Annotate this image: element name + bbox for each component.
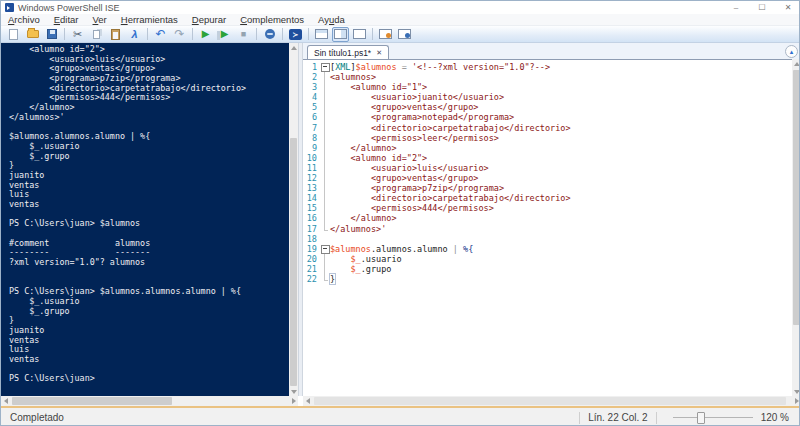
menu-complementos[interactable]: Complementos <box>233 14 311 25</box>
scroll-up-arrow-icon[interactable] <box>792 59 800 68</box>
show-script-pane-top-button[interactable] <box>313 27 330 42</box>
editor-line: 10 <alumno id="2"> <box>303 153 792 163</box>
script-editor[interactable]: 1[XML]$alumnos = '<!--?xml version="1.0"… <box>303 59 792 396</box>
editor-vertical-scrollbar[interactable] <box>792 59 800 396</box>
editor-line: 15 <permisos>444</permisos> <box>303 203 792 213</box>
menu-ayuda[interactable]: Ayuda <box>311 14 352 25</box>
script-pane-toggle-2-button[interactable] <box>396 27 413 42</box>
stop-operation-button[interactable]: ■ <box>235 27 252 42</box>
toolbar-separator <box>256 28 257 40</box>
zoom-slider-thumb[interactable] <box>697 412 705 424</box>
editor-line: 22} <box>303 274 792 284</box>
fold-gutter <box>320 203 330 213</box>
code-text: </alumnos>' <box>330 224 386 234</box>
save-button[interactable] <box>43 27 60 42</box>
line-number: 21 <box>303 264 320 274</box>
hide-script-pane-button[interactable]: ▴ <box>785 45 798 58</box>
fold-collapse-icon[interactable] <box>320 244 330 254</box>
show-script-pane-maximized-button[interactable] <box>351 27 368 42</box>
fold-gutter <box>320 112 330 122</box>
scroll-left-arrow-icon[interactable] <box>1 396 10 406</box>
clear-console-button[interactable]: λ <box>126 27 143 42</box>
scroll-up-arrow-icon[interactable] <box>289 43 298 52</box>
code-text: $alumnos.alumnos.alumno | %{ <box>330 244 473 254</box>
console-line: luis <box>9 190 289 200</box>
line-number: 8 <box>303 133 320 143</box>
scroll-down-arrow-icon[interactable] <box>792 387 800 396</box>
new-script-button[interactable] <box>5 27 22 42</box>
scroll-down-arrow-icon[interactable] <box>289 387 298 396</box>
menu-herramientas[interactable]: Herramientas <box>114 14 185 25</box>
code-text: <alumnos> <box>330 72 376 82</box>
scroll-left-arrow-icon[interactable] <box>303 396 312 406</box>
scroll-right-arrow-icon[interactable] <box>792 396 800 406</box>
line-number: 20 <box>303 254 320 264</box>
run-selection-button[interactable]: ▶ <box>216 27 233 42</box>
console-line: luis <box>9 345 289 355</box>
scroll-right-arrow-icon[interactable] <box>289 396 298 406</box>
window-orange-icon <box>379 29 392 39</box>
run-script-button[interactable]: ▶ <box>197 27 214 42</box>
console-line: } <box>9 161 289 171</box>
console-pane[interactable]: <alumno id="2"> <usuario>luis</usuario> … <box>1 43 289 396</box>
open-script-button[interactable] <box>24 27 41 42</box>
menu-depurar[interactable]: Depurar <box>185 14 233 25</box>
zoom-slider[interactable] <box>673 411 753 425</box>
toolbar-separator <box>147 28 148 40</box>
window-title: Windows PowerShell ISE <box>18 3 120 13</box>
line-number: 6 <box>303 112 320 122</box>
tab-sin-titulo1[interactable]: Sin título1.ps1* ✕ <box>307 45 389 59</box>
fold-gutter <box>320 153 330 163</box>
console-line: ventas <box>9 200 289 210</box>
tab-close-icon[interactable]: ✕ <box>376 49 382 57</box>
toolbar-separator <box>372 28 373 40</box>
close-button[interactable]: ✕ <box>775 3 800 12</box>
editor-line: 3 <alumno id="1"> <box>303 82 792 92</box>
code-text <box>330 234 335 244</box>
editor-horizontal-scrollbar[interactable] <box>303 396 800 406</box>
fold-gutter <box>320 193 330 203</box>
new-remote-powershell-tab-button[interactable] <box>261 27 278 42</box>
menu-archivo[interactable]: Archivo <box>1 14 47 25</box>
remote-session-icon <box>265 29 275 39</box>
powershell-app-icon <box>5 3 14 12</box>
editor-line: 11 <usuario>luis</usuario> <box>303 163 792 173</box>
editor-line: 14 <directorio>carpetatrabajo</directori… <box>303 193 792 203</box>
cut-button[interactable]: ✂ <box>69 27 86 42</box>
script-pane-toggle-1-button[interactable] <box>377 27 394 42</box>
editor-line: 17</alumnos>' <box>303 224 792 234</box>
line-number: 2 <box>303 72 320 82</box>
fold-gutter <box>320 254 330 264</box>
menu-ver[interactable]: Ver <box>86 14 114 25</box>
copy-button[interactable] <box>88 27 105 42</box>
maximize-button[interactable]: ☐ <box>749 3 775 12</box>
editor-line: 18 <box>303 234 792 244</box>
editor-hscroll-thumb[interactable] <box>314 397 786 405</box>
console-horizontal-scrollbar[interactable] <box>1 396 298 406</box>
toolbar-separator <box>64 28 65 40</box>
code-text: <permisos>leer</permisos> <box>330 133 499 143</box>
start-powershell-exe-button[interactable]: ≻ <box>287 27 304 42</box>
menu-editar[interactable]: Editar <box>47 14 86 25</box>
redo-button[interactable]: ↷ <box>171 27 188 42</box>
editor-scroll-thumb[interactable] <box>793 70 800 325</box>
fold-collapse-icon[interactable] <box>320 62 330 72</box>
undo-button[interactable]: ↶ <box>152 27 169 42</box>
console-hscroll-thumb[interactable] <box>12 397 172 405</box>
minimize-button[interactable]: – <box>723 3 749 12</box>
status-text: Completado <box>1 412 64 423</box>
console-vertical-scrollbar[interactable] <box>289 43 298 396</box>
line-number: 19 <box>303 244 320 254</box>
console-line: juanito <box>9 326 289 336</box>
editor-line: 7 <directorio>carpetatrabajo</directorio… <box>303 123 792 133</box>
main-area: <alumno id="2"> <usuario>luis</usuario> … <box>1 43 800 396</box>
line-number: 1 <box>303 62 320 72</box>
console-line: </alumnos>' <box>9 113 289 123</box>
console-scroll-thumb[interactable] <box>290 138 297 386</box>
layout-right-icon <box>334 29 347 39</box>
editor-line: 8 <permisos>leer</permisos> <box>303 133 792 143</box>
line-number: 3 <box>303 82 320 92</box>
console-line: PS C:\Users\juan> <box>9 374 289 384</box>
paste-button[interactable] <box>107 27 124 42</box>
show-script-pane-right-button[interactable] <box>332 27 349 42</box>
